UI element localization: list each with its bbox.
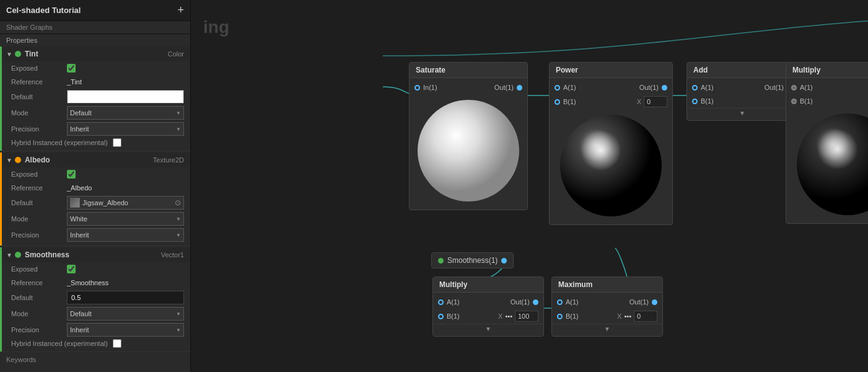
add-a-dot[interactable] [692,85,698,91]
maximum-expand[interactable]: ▼ [552,324,662,334]
maximum-b-input[interactable] [634,311,657,322]
saturate-out-port: Out(1) [494,84,522,91]
multiply-bottom-dots: ••• [505,312,512,320]
tint-color-picker[interactable] [67,90,184,104]
power-b-input[interactable] [644,96,667,107]
tint-precision-wrapper: Inherit [67,122,184,136]
albedo-reference-value: _Albedo [67,184,184,192]
multiply1-title: Multiply [792,66,820,74]
smoothness-group: ▼ Smoothness Vector1 Exposed Reference _… [0,247,190,352]
albedo-texture-thumb [70,198,80,208]
svg-point-4 [797,113,868,215]
add-b-label: B(1) [701,97,714,105]
multiply-bottom-b-input[interactable] [515,311,538,322]
maximum-out-dot[interactable] [652,299,657,305]
power-body: A(1) Out(1) B(1) X [550,78,672,224]
multiply1-header: Multiply [786,63,868,78]
smoothness-type: Vector1 [161,251,184,259]
tint-hybrid-row: Hybrid Instanced (experimental) [0,137,190,148]
albedo-reference-label: Reference [11,184,67,192]
add-body: A(1) Out(1) B(1) ▼ [687,78,797,120]
smoothness-mode-select[interactable]: Default [67,307,184,321]
multiply-bottom-x-label: X [498,312,502,320]
smoothness-exposed-checkbox[interactable] [67,265,76,273]
saturate-out-label: Out(1) [494,84,514,91]
maximum-b-value: X ••• [617,311,657,322]
multiply-bottom-header: Multiply [433,277,543,293]
smoothness-reference-row: Reference _Smoothness [0,276,190,290]
albedo-group-header[interactable]: ▼ Albedo Texture2D [0,153,190,167]
multiply1-a-row: A(1) Out(1) [786,81,868,94]
tint-precision-row: Precision Inherit [0,121,190,137]
multiply1-a-port: A(1) [791,84,813,91]
smoothness-node: Smoothness(1) [431,252,514,268]
tint-mode-label: Mode [11,109,67,117]
multiply-bottom-out-dot[interactable] [533,299,538,305]
tint-default-label: Default [11,93,67,100]
smoothness-default-input[interactable]: 0.5 [67,291,184,304]
albedo-name: Albedo [25,156,153,164]
multiply-bottom-node: Multiply A(1) Out(1) B(1) X [432,277,544,337]
smoothness-accent-bar [0,247,2,352]
tint-name: Tint [25,50,168,58]
add-expand[interactable]: ▼ [687,108,797,118]
albedo-chevron: ▼ [6,157,12,164]
multiply1-b-port: B(1) [791,97,813,105]
smoothness-hybrid-row: Hybrid Instanced (experimental) [0,338,190,349]
smoothness-node-label: Smoothness(1) [447,256,498,265]
multiply-bottom-title: Multiply [439,280,467,289]
smoothness-precision-select[interactable]: Inherit [67,323,184,337]
albedo-mode-select[interactable]: White [67,212,184,226]
power-b-dot[interactable] [555,99,560,105]
albedo-texture-name: Jigsaw_Albedo [82,199,172,206]
power-node: Power A(1) Out(1) B(1) X [549,62,673,225]
maximum-b-dot[interactable] [557,314,563,319]
multiply1-node: Multiply A(1) Out(1) B(1) [786,62,868,224]
albedo-exposed-row: Exposed [0,167,190,181]
tint-precision-select[interactable]: Inherit [67,122,184,136]
power-out-dot[interactable] [662,85,667,91]
smoothness-mode-wrapper: Default [67,307,184,321]
add-out-label: Out(1) [765,84,784,91]
albedo-texture-picker[interactable]: Jigsaw_Albedo ⊙ [67,196,184,210]
maximum-node: Maximum A(1) Out(1) B(1) X [551,277,663,337]
tint-reference-row: Reference _Tint [0,75,190,89]
add-property-button[interactable]: + [177,4,184,17]
tint-mode-select[interactable]: Default [67,106,184,120]
albedo-precision-select[interactable]: Inherit [67,228,184,242]
power-a-dot[interactable] [555,85,560,91]
multiply1-a-dot[interactable] [791,85,797,91]
add-title: Add [693,66,708,74]
power-a-row: A(1) Out(1) [550,81,672,94]
keywords-label: Keywords [6,356,36,363]
maximum-a-dot[interactable] [557,299,563,305]
saturate-body: In(1) Out(1) [410,78,527,210]
smoothness-node-out-dot[interactable] [501,258,507,264]
smoothness-group-header[interactable]: ▼ Smoothness Vector1 [0,247,190,262]
smoothness-exposed-label: Exposed [11,265,67,273]
multiply1-b-dot[interactable] [791,99,797,104]
smoothness-hybrid-label: Hybrid Instanced (experimental) [11,340,108,347]
albedo-precision-row: Precision Inherit [0,227,190,243]
maximum-header: Maximum [552,277,662,293]
power-a-label: A(1) [563,84,576,91]
multiply-bottom-a-dot[interactable] [438,299,444,305]
tint-exposed-checkbox[interactable] [67,64,76,73]
albedo-precision-wrapper: Inherit [67,228,184,242]
smoothness-hybrid-checkbox[interactable] [113,339,121,348]
smoothness-chevron: ▼ [6,252,12,259]
saturate-in-dot[interactable] [414,85,420,91]
add-b-dot[interactable] [692,99,698,104]
svg-point-0 [418,100,519,202]
albedo-exposed-checkbox[interactable] [67,170,76,179]
multiply-bottom-b-dot[interactable] [438,314,444,319]
multiply-bottom-expand[interactable]: ▼ [433,324,543,334]
smoothness-precision-label: Precision [11,326,67,334]
smoothness-node-dot[interactable] [438,258,444,264]
albedo-default-label: Default [11,199,67,206]
saturate-out-dot[interactable] [517,85,522,91]
multiply1-a-label: A(1) [800,84,813,91]
tint-group-header[interactable]: ▼ Tint Color [0,46,190,61]
tint-hybrid-checkbox[interactable] [113,138,121,147]
albedo-texture-search-icon: ⊙ [175,198,181,207]
